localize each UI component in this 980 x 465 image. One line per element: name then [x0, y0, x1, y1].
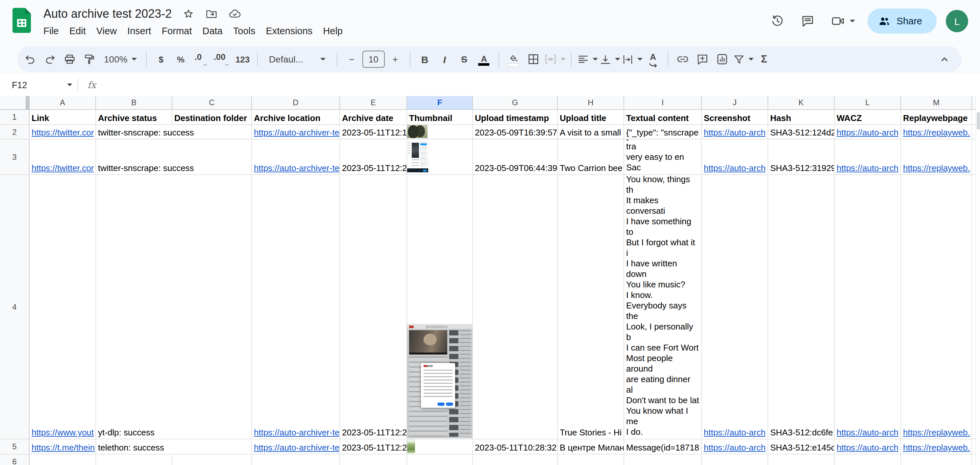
undo-button[interactable]	[21, 50, 40, 68]
cell-A6[interactable]	[30, 454, 96, 465]
cell-A4[interactable]: https://www.yout	[30, 175, 96, 440]
cell-F4[interactable]	[407, 175, 473, 440]
column-header-E[interactable]: E	[340, 96, 407, 110]
cell-L3[interactable]: https://auto-arch	[835, 139, 901, 175]
cell-C4[interactable]	[172, 175, 252, 440]
meet-dropdown-caret[interactable]	[850, 20, 855, 22]
text-color-button[interactable]: A	[475, 49, 493, 69]
cell-M6[interactable]	[901, 454, 972, 465]
column-header-A[interactable]: A	[30, 96, 96, 110]
vertical-align-button[interactable]	[599, 50, 620, 68]
column-header-B[interactable]: B	[96, 96, 172, 110]
fill-color-button[interactable]	[504, 49, 523, 69]
cell-B2[interactable]: twitter-snscrape: success	[96, 125, 172, 139]
cell-E5[interactable]: 2023-05-11T12:2	[340, 440, 407, 454]
column-header-C[interactable]: C	[172, 96, 252, 110]
menu-tools[interactable]: Tools	[228, 24, 261, 38]
cell-B1[interactable]: Archive status	[96, 110, 172, 125]
menu-help[interactable]: Help	[318, 24, 348, 38]
insert-link-button[interactable]	[673, 50, 692, 68]
cell-J2[interactable]: https://auto-arch	[702, 125, 768, 139]
cell-D1[interactable]: Archive location	[252, 110, 340, 125]
column-header-J[interactable]: J	[702, 96, 768, 110]
cell-K3[interactable]: SHA3-512:31929	[768, 139, 835, 175]
name-box-caret[interactable]	[67, 84, 72, 86]
cell-J5[interactable]: https://auto-arch	[702, 440, 768, 454]
version-history-icon[interactable]	[767, 11, 788, 32]
cell-G4[interactable]	[473, 175, 558, 440]
cell-I2[interactable]: {"_type": "snscrape	[624, 125, 702, 139]
cell-E6[interactable]	[340, 454, 407, 465]
cell-L4[interactable]: https://auto-arch	[835, 175, 901, 440]
cell-A3[interactable]: https://twitter.cor	[30, 139, 96, 175]
cell-F5[interactable]	[407, 440, 473, 454]
row-header-4[interactable]: 4	[0, 175, 30, 440]
column-header-K[interactable]: K	[768, 96, 835, 110]
cell-J6[interactable]	[702, 454, 768, 465]
cell-A2[interactable]: https://twitter.cor	[30, 125, 96, 139]
cell-C6[interactable]	[172, 454, 252, 465]
row-header-2[interactable]: 2	[0, 125, 30, 139]
decrease-font-size-button[interactable]: −	[343, 50, 361, 68]
bold-button[interactable]: B	[416, 50, 434, 68]
cell-K6[interactable]	[768, 454, 835, 465]
cell-D5[interactable]: https://auto-archiver-te	[252, 440, 340, 454]
text-wrapping-button[interactable]	[622, 50, 643, 68]
move-folder-icon[interactable]	[205, 8, 218, 20]
collapse-toolbar-button[interactable]	[935, 50, 954, 68]
borders-button[interactable]	[524, 50, 542, 68]
cell-L1[interactable]: WACZ	[835, 110, 901, 125]
cell-H2[interactable]: A visit to a small	[558, 125, 624, 139]
vertical-scrollbar[interactable]	[975, 96, 980, 465]
increase-decimal-button[interactable]: .00→	[212, 50, 232, 68]
menu-extensions[interactable]: Extensions	[261, 24, 318, 38]
cell-E3[interactable]: 2023-05-11T12:2	[340, 139, 407, 175]
column-header-D[interactable]: D	[252, 96, 340, 110]
column-header-F-selected[interactable]: F	[407, 96, 473, 110]
increase-font-size-button[interactable]: +	[386, 50, 404, 68]
cell-D4[interactable]: https://auto-archiver-te	[252, 175, 340, 440]
cell-D3[interactable]: https://auto-archiver-te	[252, 139, 340, 175]
cell-G6[interactable]	[473, 454, 558, 465]
cell-H3[interactable]: Two Carrion bee	[558, 139, 624, 175]
menu-file[interactable]: File	[38, 24, 64, 38]
cell-B5[interactable]: telethon: success	[96, 440, 172, 454]
merge-cells-button[interactable]	[544, 50, 566, 68]
menu-edit[interactable]: Edit	[64, 24, 91, 38]
redo-button[interactable]	[41, 50, 59, 68]
row-header-5[interactable]: 5	[0, 440, 30, 454]
italic-button[interactable]: I	[436, 50, 454, 68]
cell-F3[interactable]	[407, 139, 473, 175]
comments-icon[interactable]	[797, 11, 819, 32]
row-header-6[interactable]: 6	[0, 454, 30, 465]
cell-J4[interactable]: https://auto-arch	[702, 175, 768, 440]
cell-K5[interactable]: SHA3-512:e145c	[768, 440, 835, 454]
scrollbar-thumb[interactable]	[976, 112, 980, 130]
cell-B4[interactable]: yt-dlp: success	[96, 175, 172, 440]
cell-L5[interactable]: https://auto-arch	[835, 440, 901, 454]
cell-E4[interactable]: 2023-05-11T12:2	[340, 175, 407, 440]
cell-H1[interactable]: Upload title	[558, 110, 624, 125]
number-format-button[interactable]: 123	[234, 50, 252, 68]
name-box[interactable]: F12	[0, 80, 78, 90]
print-button[interactable]	[60, 50, 79, 68]
cell-L6[interactable]	[835, 454, 901, 465]
paint-format-button[interactable]	[80, 50, 99, 68]
cell-A5[interactable]: https://t.me/thein	[30, 440, 96, 454]
cell-D6[interactable]	[252, 454, 340, 465]
cell-L2[interactable]: https://auto-arch	[835, 125, 901, 139]
menu-format[interactable]: Format	[156, 24, 197, 38]
cell-C5[interactable]	[172, 440, 252, 454]
row-header-3[interactable]: 3	[0, 139, 30, 175]
cell-M2[interactable]: https://replayweb.	[901, 125, 972, 139]
strikethrough-button[interactable]: S	[455, 50, 474, 68]
cell-I1[interactable]: Textual content	[624, 110, 702, 125]
cell-G1[interactable]: Upload timestamp	[473, 110, 558, 125]
cell-M1[interactable]: Replaywebpage	[901, 110, 972, 125]
cell-H4[interactable]: True Stories - Hi	[558, 175, 624, 440]
cell-M4[interactable]: https://replayweb.	[901, 175, 972, 440]
column-header-G[interactable]: G	[473, 96, 558, 110]
decrease-decimal-button[interactable]: .0←	[191, 50, 211, 68]
cell-M3[interactable]: https://replayweb.	[901, 139, 972, 175]
font-size-input[interactable]: 10	[363, 51, 385, 68]
